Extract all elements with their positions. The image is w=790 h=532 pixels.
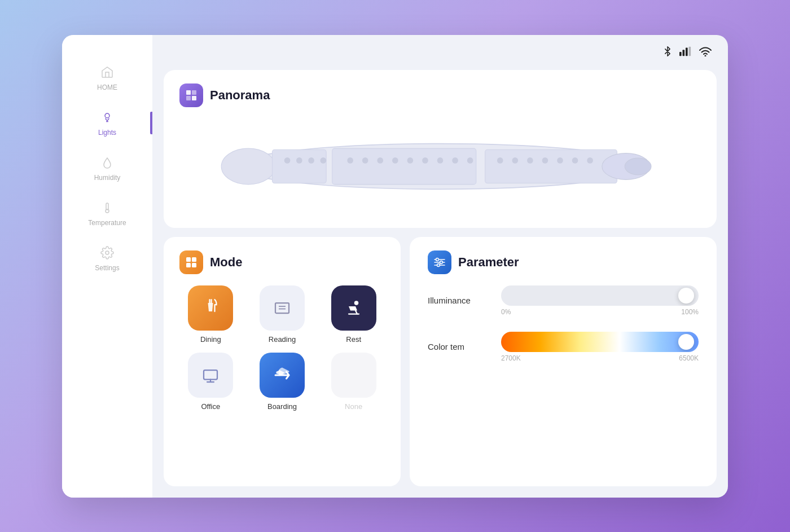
svg-point-25 bbox=[362, 157, 368, 164]
color-temp-slider-thumb[interactable] bbox=[678, 334, 694, 350]
illuminance-slider-thumb[interactable] bbox=[678, 288, 694, 304]
svg-point-58 bbox=[437, 263, 440, 266]
svg-rect-8 bbox=[686, 47, 688, 56]
svg-rect-12 bbox=[192, 90, 196, 95]
sidebar-item-humidity[interactable]: Humidity bbox=[62, 148, 152, 188]
bottom-row: Mode Dining bbox=[164, 237, 717, 486]
sidebar-item-temperature[interactable]: Temperature bbox=[62, 193, 152, 234]
svg-point-10 bbox=[705, 55, 706, 56]
boarding-label: Boarding bbox=[267, 402, 297, 411]
svg-point-23 bbox=[321, 157, 327, 164]
color-temp-max: 6500K bbox=[679, 354, 699, 362]
mode-title: Mode bbox=[210, 255, 242, 270]
rest-label: Rest bbox=[346, 335, 361, 344]
svg-point-16 bbox=[221, 148, 275, 184]
mode-item-none[interactable]: None bbox=[322, 353, 385, 411]
mode-card: Mode Dining bbox=[164, 237, 401, 486]
svg-point-0 bbox=[105, 113, 109, 118]
mode-header: Mode bbox=[179, 250, 385, 274]
svg-rect-13 bbox=[186, 96, 191, 100]
panorama-card: Panorama bbox=[164, 70, 717, 228]
color-temp-slider-labels: 2700K 6500K bbox=[501, 354, 699, 362]
sidebar-item-home[interactable]: HOME bbox=[62, 58, 152, 98]
svg-point-37 bbox=[557, 157, 563, 164]
sidebar-home-label: HOME bbox=[97, 83, 117, 91]
svg-point-31 bbox=[452, 157, 458, 164]
illuminance-max: 100% bbox=[681, 308, 699, 316]
main-content: Panorama bbox=[152, 35, 728, 498]
svg-rect-11 bbox=[186, 90, 191, 95]
svg-point-56 bbox=[436, 258, 439, 261]
parameter-card-icon bbox=[428, 250, 451, 274]
svg-rect-43 bbox=[192, 257, 196, 262]
svg-rect-47 bbox=[275, 303, 289, 313]
parameter-header: Parameter bbox=[428, 250, 699, 274]
temperature-icon bbox=[99, 200, 115, 216]
panorama-header: Panorama bbox=[179, 83, 701, 107]
boarding-button[interactable] bbox=[260, 353, 305, 398]
svg-point-22 bbox=[308, 157, 314, 164]
office-label: Office bbox=[201, 402, 220, 411]
svg-point-29 bbox=[422, 157, 428, 164]
office-button[interactable] bbox=[188, 353, 233, 398]
svg-point-34 bbox=[512, 157, 519, 164]
airplane-illustration bbox=[179, 118, 701, 214]
svg-rect-52 bbox=[204, 370, 217, 380]
wifi-icon bbox=[699, 46, 712, 56]
svg-rect-45 bbox=[192, 263, 196, 267]
mode-item-rest[interactable]: Rest bbox=[322, 285, 385, 344]
sidebar: HOME Lights Humidity bbox=[62, 35, 152, 498]
mode-card-icon bbox=[179, 250, 203, 274]
panorama-card-icon bbox=[179, 83, 203, 107]
svg-point-36 bbox=[542, 157, 548, 164]
svg-point-32 bbox=[467, 157, 473, 164]
reading-button[interactable] bbox=[260, 285, 305, 331]
sidebar-item-settings[interactable]: Settings bbox=[62, 238, 152, 279]
svg-point-39 bbox=[587, 157, 593, 164]
svg-point-27 bbox=[392, 157, 398, 164]
none-button[interactable] bbox=[331, 353, 376, 398]
dining-label: Dining bbox=[200, 335, 221, 344]
color-temp-row: Color tem 2700K 6500K bbox=[428, 332, 699, 362]
illuminance-row: Illuminance 0% 100% bbox=[428, 285, 699, 316]
dining-button[interactable] bbox=[188, 285, 233, 331]
device-frame: HOME Lights Humidity bbox=[62, 35, 728, 498]
illuminance-slider-track[interactable] bbox=[501, 285, 699, 306]
svg-point-20 bbox=[284, 157, 291, 164]
svg-point-24 bbox=[347, 157, 353, 164]
mode-item-reading[interactable]: Reading bbox=[251, 285, 314, 344]
sidebar-item-lights[interactable]: Lights bbox=[62, 103, 152, 143]
svg-rect-42 bbox=[186, 257, 191, 262]
sidebar-temperature-label: Temperature bbox=[88, 219, 126, 227]
svg-point-41 bbox=[625, 158, 651, 175]
svg-rect-6 bbox=[679, 51, 682, 55]
mode-item-boarding[interactable]: Boarding bbox=[251, 353, 314, 411]
svg-point-33 bbox=[497, 157, 503, 164]
mode-item-office[interactable]: Office bbox=[179, 353, 242, 411]
svg-point-35 bbox=[527, 157, 533, 164]
color-temp-min: 2700K bbox=[501, 354, 521, 362]
mode-item-dining[interactable]: Dining bbox=[179, 285, 242, 344]
parameter-card: Parameter Illuminance 0% 100% bbox=[410, 237, 717, 486]
illuminance-slider-labels: 0% 100% bbox=[501, 308, 699, 316]
svg-rect-9 bbox=[689, 46, 691, 56]
signal-icon bbox=[679, 46, 692, 56]
color-temp-label: Color tem bbox=[428, 342, 490, 351]
sidebar-humidity-label: Humidity bbox=[94, 174, 121, 182]
illuminance-min: 0% bbox=[501, 308, 511, 316]
home-icon bbox=[99, 64, 115, 80]
svg-rect-17 bbox=[273, 150, 327, 183]
panorama-title: Panorama bbox=[210, 88, 270, 103]
mode-grid: Dining Reading bbox=[179, 285, 385, 411]
bluetooth-icon bbox=[662, 46, 673, 56]
color-temp-slider-track[interactable] bbox=[501, 332, 699, 352]
param-section: Illuminance 0% 100% bbox=[428, 285, 699, 362]
illuminance-label: Illuminance bbox=[428, 296, 490, 305]
illuminance-slider-container: 0% 100% bbox=[501, 285, 699, 316]
color-temp-slider-container: 2700K 6500K bbox=[501, 332, 699, 362]
svg-point-28 bbox=[407, 157, 414, 164]
rest-button[interactable] bbox=[331, 285, 376, 331]
parameter-title: Parameter bbox=[458, 255, 519, 270]
svg-rect-3 bbox=[106, 203, 108, 210]
svg-rect-44 bbox=[186, 263, 191, 267]
